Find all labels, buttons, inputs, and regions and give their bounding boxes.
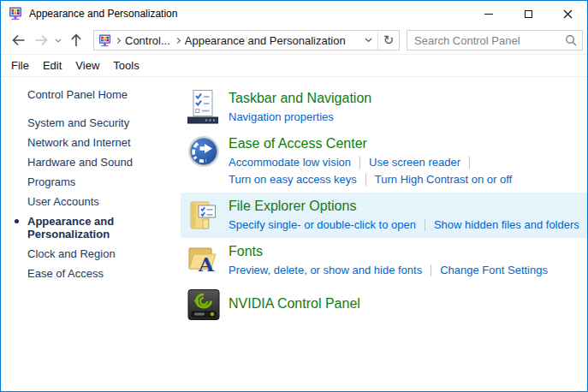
link-change-font-settings[interactable]: Change Font Settings	[440, 262, 548, 279]
sidebar-item-control-panel-home[interactable]: Control Panel Home	[1, 88, 181, 101]
minimize-icon	[484, 14, 493, 15]
search-input[interactable]	[414, 34, 565, 47]
window-title: Appearance and Personalization	[29, 8, 177, 20]
up-arrow-icon	[70, 33, 82, 47]
ease-of-access-center-title[interactable]: Ease of Access Center	[229, 134, 587, 152]
file-explorer-options-title[interactable]: File Explorer Options	[229, 197, 587, 215]
minimize-button[interactable]	[469, 2, 508, 27]
breadcrumb-chevron-icon	[115, 37, 121, 43]
breadcrumb-current[interactable]: Appearance and Personalization	[182, 34, 348, 47]
sidebar-item-hardware-and-sound[interactable]: Hardware and Sound	[1, 156, 181, 169]
search-icon[interactable]	[565, 34, 577, 46]
back-icon	[11, 34, 26, 46]
sidebar-item-clock-and-region[interactable]: Clock and Region	[1, 247, 181, 260]
menu-tools[interactable]: Tools	[106, 59, 146, 72]
menu-edit[interactable]: Edit	[36, 59, 68, 72]
close-icon	[563, 9, 573, 19]
control-panel-icon	[98, 34, 111, 47]
maximize-button[interactable]	[508, 2, 548, 27]
link-turn-on-easy-access-keys[interactable]: Turn on easy access keys	[229, 171, 357, 188]
sidebar-item-network-and-internet[interactable]: Network and Internet	[1, 136, 181, 149]
link-navigation-properties[interactable]: Navigation properties	[229, 109, 334, 126]
forward-icon	[34, 34, 49, 46]
link-accommodate-low-vision[interactable]: Accommodate low vision	[229, 154, 351, 171]
chevron-down-icon	[55, 39, 62, 43]
menu-file[interactable]: File	[4, 59, 36, 72]
address-bar[interactable]: Control... Appearance and Personalizatio…	[93, 30, 400, 50]
control-panel-window: Appearance and Personalization	[0, 0, 588, 392]
search-box[interactable]	[407, 30, 583, 50]
sidebar-item-system-and-security[interactable]: System and Security	[1, 116, 181, 129]
refresh-button[interactable]: ↻	[378, 31, 399, 50]
title-bar: Appearance and Personalization	[1, 1, 587, 27]
back-button[interactable]	[6, 29, 30, 51]
section-fonts: A Fonts Preview, delete, or show and hid…	[181, 238, 587, 283]
link-show-hidden-files-and-folders[interactable]: Show hidden files and folders	[434, 217, 579, 234]
sidebar-selected-label: Appearance and Personalization	[27, 215, 114, 241]
nvidia-icon[interactable]	[187, 288, 229, 321]
taskbar-and-navigation-title[interactable]: Taskbar and Navigation	[229, 89, 587, 107]
up-button[interactable]	[64, 29, 88, 51]
link-separator	[359, 157, 360, 169]
link-separator	[431, 264, 431, 276]
sidebar-item-appearance-and-personalization[interactable]: Appearance and Personalization	[1, 215, 159, 241]
section-taskbar-and-navigation: Taskbar and Navigation Navigation proper…	[181, 85, 587, 130]
menu-bar: File Edit View Tools	[1, 55, 587, 77]
section-nvidia-control-panel: NVIDIA Control Panel	[181, 283, 587, 325]
ease-of-access-icon[interactable]	[187, 134, 229, 168]
maximize-icon	[525, 10, 532, 18]
selected-bullet-icon	[15, 219, 19, 223]
close-button[interactable]	[548, 2, 587, 27]
section-ease-of-access-center: Ease of Access Center Accommodate low vi…	[181, 130, 587, 193]
link-preview-delete-show-hide-fonts[interactable]: Preview, delete, or show and hide fonts	[229, 262, 422, 279]
link-separator	[469, 157, 470, 169]
nvidia-control-panel-title[interactable]: NVIDIA Control Panel	[229, 294, 587, 312]
sidebar: Control Panel Home System and Security N…	[1, 77, 181, 391]
link-use-screen-reader[interactable]: Use screen reader	[369, 154, 460, 171]
navigation-toolbar: Control... Appearance and Personalizatio…	[1, 27, 587, 55]
link-specify-single-or-double-click[interactable]: Specify single- or double-click to open	[229, 217, 416, 234]
address-dropdown-button[interactable]	[359, 31, 377, 50]
forward-button[interactable]	[30, 29, 52, 51]
breadcrumb-chevron-icon	[175, 37, 181, 43]
recent-locations-dropdown[interactable]	[52, 29, 64, 51]
main-panel: Taskbar and Navigation Navigation proper…	[181, 77, 587, 391]
sidebar-item-user-accounts[interactable]: User Accounts	[1, 195, 181, 208]
taskbar-and-navigation-icon[interactable]	[187, 89, 229, 124]
control-panel-icon	[9, 7, 22, 21]
breadcrumb-control-panel[interactable]: Control...	[122, 34, 173, 47]
link-separator	[425, 219, 425, 231]
svg-text:A: A	[198, 252, 215, 276]
menu-view[interactable]: View	[68, 59, 106, 72]
sidebar-item-ease-of-access[interactable]: Ease of Access	[1, 267, 181, 280]
link-separator	[365, 174, 366, 186]
sidebar-item-programs[interactable]: Programs	[1, 175, 181, 188]
file-explorer-options-icon[interactable]	[187, 197, 229, 232]
fonts-icon[interactable]: A	[187, 242, 229, 276]
link-turn-high-contrast-on-or-off[interactable]: Turn High Contrast on or off	[375, 171, 512, 188]
chevron-down-icon	[365, 38, 372, 43]
section-file-explorer-options: File Explorer Options Specify single- or…	[181, 193, 587, 238]
fonts-title[interactable]: Fonts	[229, 242, 587, 260]
